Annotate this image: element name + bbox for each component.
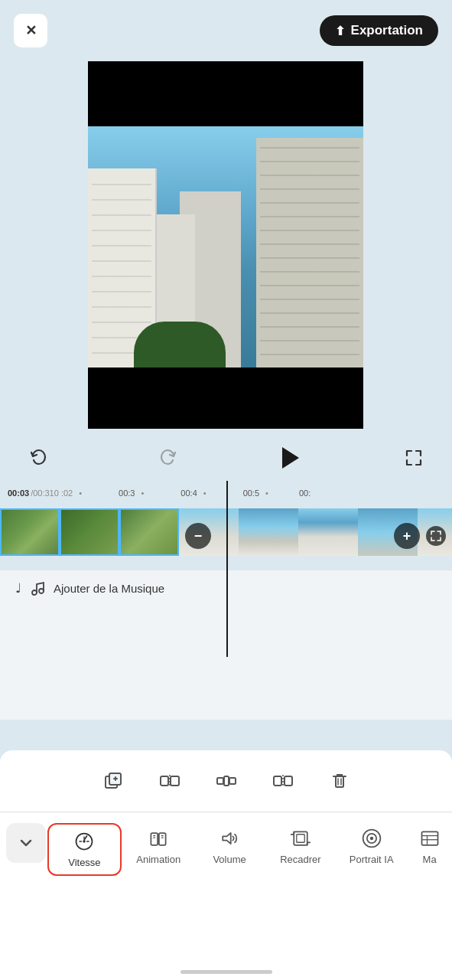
current-time-display: 00:03 (8, 488, 29, 498)
total-time-display: /00:310 :02 (31, 488, 73, 498)
svg-rect-25 (159, 833, 166, 845)
plus-icon: + (403, 528, 411, 544)
playhead (226, 481, 228, 657)
zoom-icon (431, 531, 441, 541)
thumb-2 (60, 508, 119, 556)
nav-item-vitesse[interactable]: Vitesse (47, 823, 122, 876)
top-bar: ✕ ⬆ Exportation (0, 0, 452, 61)
duplicate-icon (102, 770, 124, 792)
split-center-icon (216, 770, 237, 792)
split-right-icon (272, 770, 294, 792)
export-button[interactable]: ⬆ Exportation (320, 15, 438, 46)
svg-rect-9 (217, 778, 223, 784)
video-preview (88, 61, 363, 429)
delete-icon (329, 770, 350, 792)
svg-point-0 (32, 590, 37, 595)
nav-item-portrait-ia[interactable]: Portrait IA (336, 822, 407, 877)
fullscreen-icon (404, 448, 424, 468)
thumb-1 (0, 508, 60, 556)
video-black-bottom (88, 368, 363, 429)
play-button[interactable] (282, 447, 299, 469)
chevron-down-icon (18, 835, 34, 851)
svg-rect-15 (336, 776, 343, 787)
nav-label-volume: Volume (213, 854, 246, 865)
timeline-zoom-button[interactable] (426, 526, 446, 546)
play-icon (282, 447, 299, 469)
close-button[interactable]: ✕ (14, 14, 47, 47)
timeline-split-minus-button[interactable]: − (185, 523, 211, 549)
animation-icon (148, 828, 169, 849)
volume-icon (219, 828, 240, 849)
svg-rect-10 (224, 776, 229, 786)
nav-scroll-area: Vitesse Animation Volume (46, 822, 452, 877)
thumb-3 (119, 508, 179, 556)
redo-button[interactable] (153, 443, 184, 473)
home-indicator (180, 970, 272, 974)
split-right-button[interactable] (266, 764, 300, 798)
svg-rect-32 (297, 835, 305, 843)
svg-marker-30 (223, 833, 231, 844)
split-left-button[interactable] (153, 764, 187, 798)
svg-rect-36 (421, 831, 437, 845)
more-icon (419, 828, 441, 849)
svg-rect-13 (285, 776, 292, 786)
video-image (88, 126, 363, 368)
timeline-plus-button[interactable]: + (394, 523, 420, 549)
nav-label-portrait-ia: Portrait IA (350, 854, 394, 865)
svg-rect-12 (274, 776, 281, 786)
video-black-top (88, 61, 363, 126)
nav-collapse-button[interactable] (6, 823, 46, 863)
redo-icon (158, 448, 178, 468)
playback-controls (0, 435, 452, 481)
svg-point-35 (370, 837, 373, 840)
speed-icon (73, 831, 95, 852)
svg-rect-7 (171, 776, 179, 786)
thumb-5 (239, 508, 298, 556)
fullscreen-button[interactable] (398, 443, 429, 473)
nav-label-ma: Ma (423, 854, 437, 865)
svg-rect-31 (294, 831, 307, 845)
music-note-icon: ♩ (15, 580, 21, 596)
portrait-icon (361, 828, 382, 849)
nav-label-recadrer: Recadrer (280, 854, 320, 865)
nav-item-volume[interactable]: Volume (194, 822, 265, 877)
nav-item-ma[interactable]: Ma (407, 822, 452, 877)
export-label: Exportation (351, 23, 423, 38)
nav-item-animation[interactable]: Animation (123, 822, 194, 877)
trees (134, 322, 226, 368)
svg-rect-24 (151, 833, 158, 845)
delete-button[interactable] (323, 764, 356, 798)
nav-item-recadrer[interactable]: Recadrer (265, 822, 336, 877)
split-center-button[interactable] (210, 764, 243, 798)
duplicate-button[interactable] (96, 764, 130, 798)
add-music-label: Ajouter de la Musique (54, 582, 164, 595)
crop-icon (290, 828, 311, 849)
split-left-icon (159, 770, 180, 792)
nav-label-vitesse: Vitesse (68, 857, 100, 868)
building-right (256, 138, 363, 368)
bottom-nav: Vitesse Animation Volume (0, 812, 452, 980)
edit-toolbar (0, 750, 452, 812)
nav-label-animation: Animation (136, 854, 180, 865)
undo-button[interactable] (23, 443, 54, 473)
export-upload-icon: ⬆ (335, 24, 345, 38)
undo-icon (28, 448, 48, 468)
svg-rect-6 (161, 776, 168, 786)
music-icon (31, 580, 46, 596)
thumb-6 (298, 508, 358, 556)
close-icon: ✕ (25, 22, 37, 39)
svg-rect-11 (229, 778, 236, 784)
minus-icon: − (194, 528, 203, 544)
